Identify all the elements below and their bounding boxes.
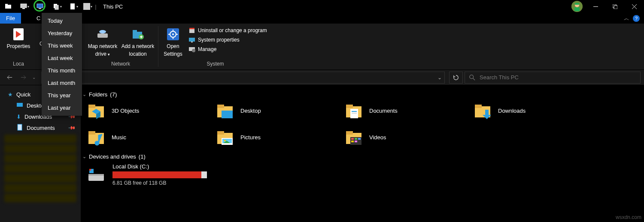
svg-rect-5	[39, 8, 41, 9]
group-label-location: Loca	[13, 61, 24, 69]
sidebar-item-documents[interactable]: Documents 📌	[0, 122, 81, 133]
dropdown-item-yesterday[interactable]: Yesterday	[42, 27, 82, 39]
qat-date-dropdown: TodayYesterdayThis weekLast weekThis mon…	[42, 13, 82, 116]
svg-rect-3	[22, 8, 25, 9]
folder-icon	[216, 128, 234, 147]
svg-point-43	[470, 75, 474, 78]
dropdown-item-last-year[interactable]: Last year	[42, 102, 82, 114]
svg-rect-71	[351, 138, 354, 140]
navigation-bar: 🡠 🡢 ⌄ PC › ⌄ Search This PC	[0, 70, 644, 85]
help-icon[interactable]: ?	[633, 15, 640, 22]
dropdown-item-this-week[interactable]: This week	[42, 39, 82, 52]
folder-pictures[interactable]: Pictures	[216, 128, 344, 147]
folder-icon	[87, 101, 106, 120]
nav-back-button[interactable]: 🡠	[3, 72, 15, 84]
minimize-button[interactable]	[586, 0, 605, 13]
ribbon-collapse-chevron-icon[interactable]: ︿	[624, 15, 629, 22]
qat-desktop-icon[interactable]: ▾	[16, 0, 33, 13]
svg-rect-52	[217, 105, 224, 108]
qat-copy-icon[interactable]: ▾	[49, 0, 65, 13]
add-network-location-icon	[131, 27, 145, 42]
svg-rect-77	[88, 174, 104, 176]
dropdown-item-this-year[interactable]: This year	[42, 89, 82, 102]
ribbon-group-network: Map network drive ▾ Add a network locati…	[83, 24, 158, 69]
refresh-button[interactable]	[449, 72, 463, 84]
sidebar-blurred-item	[4, 174, 76, 183]
group-label-system: System	[207, 61, 224, 69]
add-network-location-button[interactable]: Add a network location	[120, 25, 155, 57]
svg-rect-12	[575, 3, 579, 5]
watermark-text: wsxdn.com	[616, 214, 641, 220]
system-properties-button[interactable]: System properties	[186, 36, 270, 44]
svg-rect-2	[21, 4, 27, 8]
sidebar-blurred-item	[4, 144, 76, 153]
address-bar[interactable]: PC › ⌄	[41, 72, 445, 84]
qat-small-icon[interactable]: ▾	[82, 0, 94, 13]
folder-desktop[interactable]: Desktop	[216, 101, 344, 120]
svg-rect-16	[614, 6, 617, 9]
svg-point-67	[224, 140, 226, 141]
folder-music[interactable]: Music	[87, 128, 216, 147]
svg-rect-60	[475, 105, 482, 108]
address-history-dropdown[interactable]: ⌄	[437, 75, 442, 81]
drives-section-header[interactable]: ⌄ Devices and drives (1)	[82, 153, 642, 160]
maximize-button[interactable]	[605, 0, 625, 13]
folder-icon	[216, 101, 234, 120]
chevron-down-icon: ⌄	[82, 92, 86, 97]
drive-space-fill	[112, 171, 201, 178]
folder-icon	[87, 128, 106, 147]
svg-rect-39	[189, 38, 195, 42]
svg-point-32	[172, 33, 174, 35]
drive-space-bar	[112, 171, 207, 178]
qat-folder-icon[interactable]	[0, 0, 16, 13]
manage-button[interactable]: Manage	[186, 45, 270, 54]
properties-icon	[11, 27, 26, 42]
open-settings-button[interactable]: Open Settings	[161, 25, 185, 57]
window-title: This PC	[103, 3, 123, 10]
qat-thispc-icon[interactable]: ▾	[33, 0, 49, 13]
folders-section-header[interactable]: ⌄ Folders (7)	[82, 91, 642, 98]
group-label-network: Network	[111, 61, 130, 69]
folder-documents[interactable]: Documents	[344, 101, 473, 120]
settings-gear-icon	[166, 27, 180, 42]
nav-forward-button[interactable]: 🡢	[17, 72, 29, 84]
folder-3d-objects[interactable]: 3D Objects	[87, 101, 216, 120]
close-button[interactable]	[625, 0, 644, 13]
nav-recent-dropdown[interactable]: ⌄	[31, 72, 37, 84]
folder-videos[interactable]: Videos	[344, 128, 473, 147]
svg-rect-9	[83, 3, 90, 10]
folder-downloads[interactable]: Downloads	[473, 101, 602, 120]
dropdown-item-today[interactable]: Today	[42, 15, 82, 27]
user-avatar[interactable]	[571, 1, 583, 12]
folders-grid: 3D Objects Desktop Documents Downloads M…	[87, 101, 642, 147]
search-input[interactable]: Search This PC	[465, 72, 641, 84]
svg-rect-1	[5, 4, 8, 5]
properties-label: Properties	[7, 43, 30, 49]
dropdown-item-last-week[interactable]: Last week	[42, 52, 82, 64]
sidebar-blurred-item	[4, 184, 76, 192]
tab-file[interactable]: File	[0, 13, 21, 24]
chevron-down-icon: ⌄	[82, 154, 86, 159]
sidebar-blurred-item	[4, 154, 76, 163]
map-network-drive-button[interactable]: Map network drive ▾	[86, 25, 119, 57]
dropdown-item-this-month[interactable]: This month	[42, 64, 82, 77]
svg-rect-48	[88, 105, 95, 108]
svg-rect-64	[217, 131, 224, 135]
svg-rect-62	[88, 131, 95, 135]
properties-button[interactable]: Properties	[3, 25, 33, 49]
drive-local-c[interactable]: Local Disk (C:) 6.81 GB free of 118 GB	[87, 163, 642, 186]
svg-rect-13	[574, 7, 580, 11]
drive-icon	[87, 165, 106, 184]
uninstall-program-button[interactable]: Uninstall or change a program	[186, 26, 270, 35]
ribbon: Properties Loca C ccess edia ▾ Map netwo…	[0, 24, 644, 70]
svg-rect-23	[97, 33, 108, 38]
system-list: Uninstall or change a program System pro…	[186, 25, 270, 57]
svg-rect-45	[17, 103, 23, 107]
dropdown-item-last-month[interactable]: Last month	[42, 77, 82, 89]
sidebar-blurred-item	[4, 135, 76, 143]
drive-name: Local Disk (C:)	[112, 163, 207, 170]
svg-line-44	[473, 78, 475, 80]
qat-doc-icon[interactable]: ▾	[65, 0, 82, 13]
svg-rect-69	[346, 131, 353, 135]
download-icon: ⬇	[16, 114, 21, 120]
